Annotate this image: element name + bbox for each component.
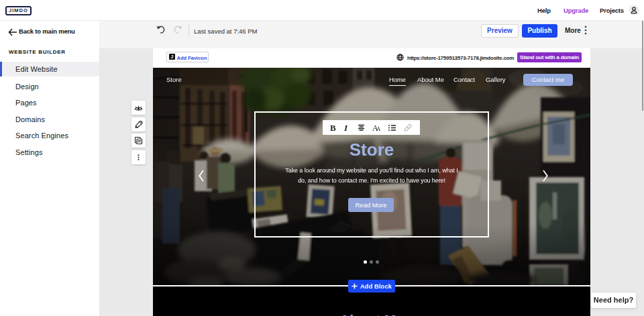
svg-text:B: B [330,123,336,132]
svg-text:A: A [376,125,381,132]
svg-text:I: I [344,123,348,132]
